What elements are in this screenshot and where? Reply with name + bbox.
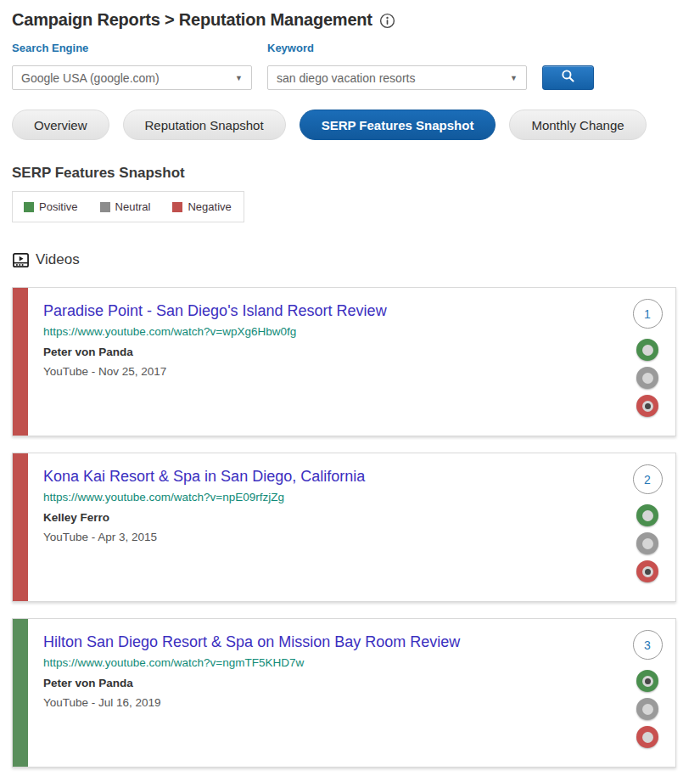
tab-overview[interactable]: Overview xyxy=(12,110,109,140)
chevron-down-icon: ▼ xyxy=(510,74,518,82)
page-title: Campaign Reports > Reputation Management xyxy=(12,10,372,30)
search-engine-select[interactable]: Google USA (google.com) ▼ xyxy=(12,65,252,90)
video-player-icon xyxy=(12,251,30,269)
info-icon[interactable] xyxy=(379,13,395,29)
video-results-list: Paradise Point - San Diego's Island Reso… xyxy=(12,287,676,768)
videos-heading-label: Videos xyxy=(36,251,80,268)
video-card: Hilton San Diego Resort & Spa on Mission… xyxy=(12,618,676,768)
negative-radio[interactable] xyxy=(636,395,658,417)
video-card-content: Paradise Point - San Diego's Island Reso… xyxy=(28,288,619,436)
sentiment-bar xyxy=(13,453,28,601)
search-engine-value: Google USA (google.com) xyxy=(21,71,160,85)
video-source-date: YouTube - Jul 16, 2019 xyxy=(43,696,619,709)
search-engine-label: Search Engine xyxy=(12,42,252,54)
legend-label: Negative xyxy=(188,200,231,213)
video-channel: Peter von Panda xyxy=(43,677,619,689)
search-engine-filter: Search Engine Google USA (google.com) ▼ xyxy=(12,42,252,90)
video-channel: Kelley Ferro xyxy=(43,511,619,524)
positive-radio[interactable] xyxy=(636,339,658,361)
neutral-radio[interactable] xyxy=(636,532,658,554)
video-url: https://www.youtube.com/watch?v=npE09rfz… xyxy=(43,491,619,503)
negative-swatch xyxy=(172,202,182,212)
sentiment-legend: Positive Neutral Negative xyxy=(12,191,244,222)
video-source-date: YouTube - Nov 25, 2017 xyxy=(43,365,619,378)
positive-radio[interactable] xyxy=(636,670,658,692)
positive-swatch xyxy=(24,202,34,212)
keyword-select[interactable]: san diego vacation resorts ▼ xyxy=(267,65,527,90)
negative-radio[interactable] xyxy=(636,560,658,582)
neutral-radio[interactable] xyxy=(636,698,658,720)
neutral-radio[interactable] xyxy=(636,367,658,389)
video-card-controls: 2 xyxy=(619,453,675,601)
video-url: https://www.youtube.com/watch?v=wpXg6Hbw… xyxy=(43,325,619,338)
report-tabs: Overview Reputation Snapshot SERP Featur… xyxy=(12,110,676,140)
rank-badge: 2 xyxy=(633,464,663,494)
video-card-content: Hilton San Diego Resort & Spa on Mission… xyxy=(28,619,619,767)
neutral-swatch xyxy=(100,202,110,212)
tab-monthly-change[interactable]: Monthly Change xyxy=(509,110,646,140)
video-card-content: Kona Kai Resort & Spa in San Diego, Cali… xyxy=(28,453,619,601)
tab-reputation-snapshot[interactable]: Reputation Snapshot xyxy=(123,110,286,140)
video-channel: Peter von Panda xyxy=(43,346,619,358)
video-card-controls: 1 xyxy=(619,288,675,436)
keyword-value: san diego vacation resorts xyxy=(277,71,415,85)
sentiment-bar xyxy=(13,619,28,767)
legend-item-negative: Negative xyxy=(172,200,231,213)
legend-item-neutral: Neutral xyxy=(100,200,151,213)
rank-badge: 1 xyxy=(633,299,663,329)
tab-serp-features-snapshot[interactable]: SERP Features Snapshot xyxy=(300,110,496,140)
sentiment-bar xyxy=(13,288,28,436)
keyword-label: Keyword xyxy=(267,42,527,54)
negative-radio[interactable] xyxy=(636,726,658,748)
filter-bar: Search Engine Google USA (google.com) ▼ … xyxy=(12,42,676,90)
video-card-controls: 3 xyxy=(619,619,675,767)
positive-radio[interactable] xyxy=(636,504,658,526)
video-card: Paradise Point - San Diego's Island Reso… xyxy=(12,287,676,436)
videos-heading: Videos xyxy=(12,250,676,269)
section-heading: SERP Features Snapshot xyxy=(12,165,676,182)
video-title-link[interactable]: Kona Kai Resort & Spa in San Diego, Cali… xyxy=(43,468,619,486)
page: Campaign Reports > Reputation Management… xyxy=(0,0,700,776)
chevron-down-icon: ▼ xyxy=(235,74,243,82)
rank-badge: 3 xyxy=(633,630,663,660)
legend-item-positive: Positive xyxy=(24,200,78,213)
page-header: Campaign Reports > Reputation Management xyxy=(12,10,676,30)
video-card: Kona Kai Resort & Spa in San Diego, Cali… xyxy=(12,453,676,602)
video-title-link[interactable]: Paradise Point - San Diego's Island Reso… xyxy=(43,302,619,321)
legend-label: Neutral xyxy=(115,200,151,213)
legend-label: Positive xyxy=(39,200,78,213)
video-source-date: YouTube - Apr 3, 2015 xyxy=(43,531,619,543)
search-button[interactable] xyxy=(542,65,594,90)
keyword-filter: Keyword san diego vacation resorts ▼ xyxy=(267,42,527,90)
video-title-link[interactable]: Hilton San Diego Resort & Spa on Mission… xyxy=(43,633,619,652)
search-icon xyxy=(560,68,576,87)
video-url: https://www.youtube.com/watch?v=ngmTF5KH… xyxy=(43,656,619,669)
